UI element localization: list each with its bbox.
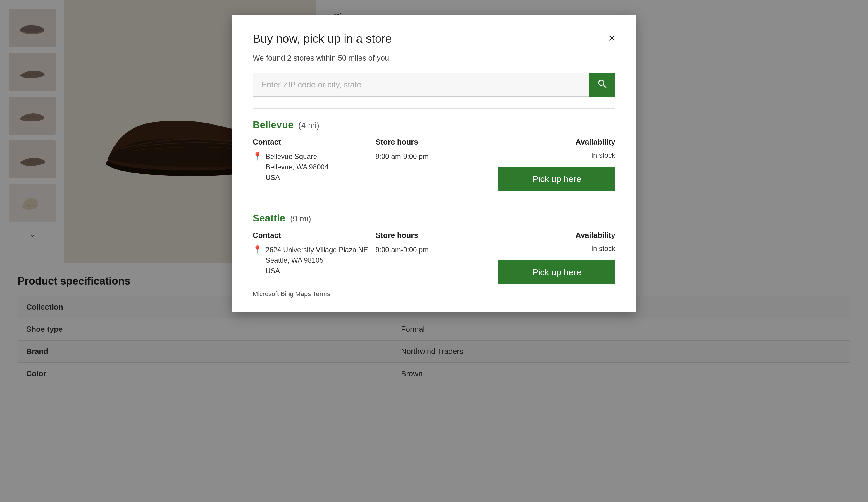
- store-hours-col-0: Store hours 9:00 am-9:00 pm: [375, 137, 493, 191]
- store-columns-0: Contact 📍 Bellevue SquareBellevue, WA 98…: [253, 137, 615, 191]
- store-name-1: Seattle: [253, 212, 286, 224]
- in-stock-text-1: In stock: [498, 245, 615, 253]
- hours-header-1: Store hours: [375, 231, 493, 240]
- store-availability-col-1: Availability In stock Pick up here: [498, 231, 615, 284]
- address-row-0: 📍 Bellevue SquareBellevue, WA 98004USA: [253, 151, 370, 183]
- store-contact-col-0: Contact 📍 Bellevue SquareBellevue, WA 98…: [253, 137, 370, 191]
- modal-subtitle: We found 2 stores within 50 miles of you…: [253, 53, 615, 63]
- pickup-button-1[interactable]: Pick up here: [498, 260, 615, 284]
- store-name-0: Bellevue: [253, 119, 293, 130]
- stores-container: Bellevue (4 mi) Contact 📍 Bellevue Squar…: [253, 108, 615, 284]
- hours-header-0: Store hours: [375, 137, 493, 146]
- pickup-button-0[interactable]: Pick up here: [498, 167, 615, 191]
- zip-input[interactable]: [253, 73, 589, 96]
- svg-line-6: [603, 85, 606, 88]
- store-section-1: Seattle (9 mi) Contact 📍 2624 University…: [253, 202, 615, 284]
- store-distance-1: (9 mi): [290, 214, 311, 223]
- modal-close-button[interactable]: ×: [609, 32, 615, 44]
- availability-header-1: Availability: [498, 231, 615, 240]
- search-icon: [597, 79, 607, 91]
- address-text-1: 2624 University Village Plaza NESeattle,…: [266, 245, 368, 276]
- bing-maps-link[interactable]: Microsoft Bing Maps Terms: [253, 290, 615, 298]
- contact-header-1: Contact: [253, 231, 370, 240]
- hours-text-1: 9:00 am-9:00 pm: [375, 245, 493, 255]
- hours-text-0: 9:00 am-9:00 pm: [375, 151, 493, 162]
- modal-header: Buy now, pick up in a store ×: [253, 32, 615, 45]
- store-divider-0: [253, 108, 615, 109]
- availability-header-0: Availability: [498, 137, 615, 146]
- address-text-0: Bellevue SquareBellevue, WA 98004USA: [266, 151, 328, 183]
- store-hours-col-1: Store hours 9:00 am-9:00 pm: [375, 231, 493, 284]
- store-contact-col-1: Contact 📍 2624 University Village Plaza …: [253, 231, 370, 284]
- store-columns-1: Contact 📍 2624 University Village Plaza …: [253, 231, 615, 284]
- zip-search-row: [253, 73, 615, 96]
- in-stock-text-0: In stock: [498, 151, 615, 160]
- map-pin-icon-0: 📍: [253, 152, 262, 161]
- address-row-1: 📍 2624 University Village Plaza NESeattl…: [253, 245, 370, 276]
- store-section-0: Bellevue (4 mi) Contact 📍 Bellevue Squar…: [253, 108, 615, 191]
- map-pin-icon-1: 📍: [253, 245, 262, 254]
- modal-title: Buy now, pick up in a store: [253, 32, 392, 45]
- store-availability-col-0: Availability In stock Pick up here: [498, 137, 615, 191]
- store-item-1: Seattle (9 mi) Contact 📍 2624 University…: [253, 212, 615, 284]
- store-distance-0: (4 mi): [298, 121, 319, 130]
- store-divider-1: [253, 202, 615, 202]
- zip-search-button[interactable]: [589, 73, 615, 96]
- store-pickup-modal: Buy now, pick up in a store × We found 2…: [232, 14, 636, 313]
- store-item-0: Bellevue (4 mi) Contact 📍 Bellevue Squar…: [253, 119, 615, 191]
- contact-header-0: Contact: [253, 137, 370, 146]
